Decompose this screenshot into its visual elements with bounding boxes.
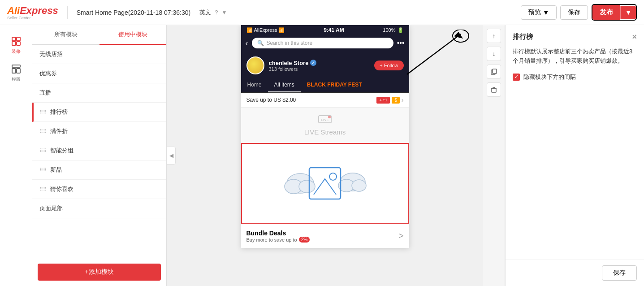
promo-arrow-icon: › xyxy=(402,96,404,104)
delete-button[interactable] xyxy=(487,82,501,97)
tab-all-modules[interactable]: 所有模块 xyxy=(32,25,99,45)
svg-point-17 xyxy=(329,173,337,180)
module-item-label: 智能分组 xyxy=(50,147,73,155)
logo: AliExpress Seller Center xyxy=(7,5,58,20)
svg-point-15 xyxy=(352,180,366,191)
header-right: 预览 ▼ 保存 发布 ▼ xyxy=(521,4,637,21)
publish-dropdown-button[interactable]: ▼ xyxy=(620,6,636,19)
back-button[interactable]: ‹ xyxy=(246,39,248,48)
bundle-arrow-icon: > xyxy=(399,231,404,241)
module-item-footer[interactable]: 页面尾部 xyxy=(32,199,166,218)
svg-point-9 xyxy=(328,116,331,118)
module-item-label: 新品 xyxy=(50,166,62,174)
svg-rect-6 xyxy=(17,69,20,73)
collapse-panel-button[interactable]: ◀ xyxy=(167,147,176,165)
hide-gap-checkbox-row: ✓ 隐藏模块下方的间隔 xyxy=(513,73,637,81)
panel-close-button[interactable]: × xyxy=(632,32,637,42)
move-down-button[interactable]: ↓ xyxy=(487,47,501,61)
svg-rect-22 xyxy=(492,88,496,92)
hide-gap-checkbox[interactable]: ✓ xyxy=(513,74,520,81)
drag-dots-icon: ⠿⠿ xyxy=(39,186,47,192)
bundle-deals-section: Bundle Deals Buy more to save up to 2% > xyxy=(241,224,409,248)
image-placeholder-svg xyxy=(280,154,370,212)
template-icon xyxy=(11,64,22,74)
publish-button-group: 发布 ▼ xyxy=(592,4,637,21)
module-item-wuxian[interactable]: 无线店招 xyxy=(32,45,166,64)
phone-store-header: chenlele Store ✓ 313 followers + Follow xyxy=(241,53,409,78)
status-right: 100% 🔋 xyxy=(383,27,403,33)
module-item-coupon[interactable]: 优惠券 xyxy=(32,64,166,83)
copy-button[interactable] xyxy=(487,65,501,79)
selected-module-area[interactable] xyxy=(241,143,409,224)
bundle-deals-title: Bundle Deals xyxy=(246,230,399,237)
module-item-recommend[interactable]: ⠿⠿ 猜你喜欢 xyxy=(32,180,166,199)
logo-seller-center: Seller Center xyxy=(7,16,31,20)
module-item-ranking[interactable]: ⠿⠿ 排行榜 xyxy=(32,103,166,122)
network-label: AliExpress xyxy=(254,27,277,33)
help-icon[interactable]: ? xyxy=(215,9,218,16)
top-header: AliExpress Seller Center Smart Home Page… xyxy=(0,0,644,25)
add-module-button[interactable]: +添加模块 xyxy=(38,264,161,281)
promo-icon-dollar: $ xyxy=(392,97,400,104)
page-title: Smart Home Page(2020-11-18 07:36:30) xyxy=(77,9,190,16)
store-name: chenlele Store ✓ xyxy=(269,60,370,66)
preview-dropdown-icon[interactable]: ▼ xyxy=(543,9,549,16)
battery-icon: 🔋 xyxy=(398,27,404,33)
follow-button[interactable]: + Follow xyxy=(374,61,403,70)
promo-icon-plus: ++1 xyxy=(376,97,390,104)
verified-icon: ✓ xyxy=(310,60,316,66)
sidebar-item-decoration[interactable]: 装修 xyxy=(7,32,25,58)
phone-search-bar: ‹ 🔍 Search in this store ••• xyxy=(241,35,409,53)
save-button[interactable]: 保存 xyxy=(560,5,588,20)
live-broadcast-icon: LIVE xyxy=(318,115,332,124)
module-item-discount[interactable]: ⠿⠿ 满件折 xyxy=(32,122,166,141)
bundle-badge: 2% xyxy=(299,237,310,243)
nav-item-home[interactable]: Home xyxy=(241,78,268,92)
module-item-live[interactable]: 直播 xyxy=(32,83,166,103)
right-panel: 排行榜 × 排行榜默认展示整店前三个热卖产品（按最近3个月销量排序），引导买家购… xyxy=(505,25,644,286)
module-tabs: 所有模块 使用中模块 xyxy=(32,25,166,45)
right-section: ↑ ↓ 排行榜 xyxy=(483,25,644,286)
move-up-button[interactable]: ↑ xyxy=(487,29,501,43)
signal-icon: 📶 xyxy=(246,27,253,33)
promo-bar: Save up to US $2.00 ++1 $ › xyxy=(241,93,409,108)
copy-icon xyxy=(490,68,497,75)
module-item-label: 优惠券 xyxy=(39,69,57,78)
panel-body: 排行榜 × 排行榜默认展示整店前三个热卖产品（按最近3个月销量排序），引导买家购… xyxy=(506,25,644,260)
live-text: LIVE Streams xyxy=(248,128,402,136)
store-avatar xyxy=(246,56,264,74)
promo-text: Save up to US $2.00 xyxy=(246,97,377,103)
svg-text:LIVE: LIVE xyxy=(321,118,329,122)
preview-button[interactable]: 预览 ▼ xyxy=(521,5,557,20)
phone-preview-container: 📶 AliExpress 📶 9:41 AM 100% 🔋 ‹ 🔍 xyxy=(167,25,483,286)
tab-active-modules[interactable]: 使用中模块 xyxy=(99,25,167,45)
lang-dropdown-icon[interactable]: ▼ xyxy=(221,9,227,16)
decoration-icon xyxy=(11,36,22,47)
module-items-list: 无线店招 优惠券 直播 ⠿⠿ 排行榜 ⠿⠿ 满件折 ⠿⠿ 智能分组 ⠿⠿ xyxy=(32,45,166,258)
logo-aliexpress: AliExpress xyxy=(7,5,58,17)
sidebar-item-template[interactable]: 模版 xyxy=(7,60,25,86)
panel-description: 排行榜默认展示整店前三个热卖产品（按最近3个月销量排序），引导买家购买店铺爆款。 xyxy=(513,47,637,66)
drag-dots-icon: ⠿⠿ xyxy=(39,167,47,173)
nav-item-all[interactable]: All items xyxy=(268,78,301,92)
store-followers: 313 followers xyxy=(269,66,370,72)
module-item-label: 猜你喜欢 xyxy=(50,185,73,193)
panel-save-row: 保存 xyxy=(506,260,644,286)
panel-save-button[interactable]: 保存 xyxy=(602,265,637,281)
status-time: 9:41 AM xyxy=(324,27,344,33)
more-options-icon[interactable]: ••• xyxy=(397,39,405,47)
module-item-smart-group[interactable]: ⠿⠿ 智能分组 xyxy=(32,141,166,160)
module-item-label: 排行榜 xyxy=(50,108,68,116)
phone-frame: 📶 AliExpress 📶 9:41 AM 100% 🔋 ‹ 🔍 xyxy=(241,25,409,248)
nav-item-sale[interactable]: BLACK FRIDAY FEST xyxy=(301,78,368,92)
publish-main-button[interactable]: 发布 xyxy=(592,5,620,20)
live-icon: LIVE xyxy=(248,115,402,126)
search-placeholder-text: Search in this store xyxy=(267,40,313,46)
module-item-label: 满件折 xyxy=(50,127,68,135)
drag-dots-icon: ⠿⠿ xyxy=(39,148,47,154)
module-item-new[interactable]: ⠿⠿ 新品 xyxy=(32,160,166,180)
search-input-container[interactable]: 🔍 Search in this store xyxy=(252,38,393,48)
module-item-label: 无线店招 xyxy=(39,50,63,58)
drag-dots-icon: ⠿⠿ xyxy=(39,109,47,115)
svg-rect-0 xyxy=(12,37,16,41)
